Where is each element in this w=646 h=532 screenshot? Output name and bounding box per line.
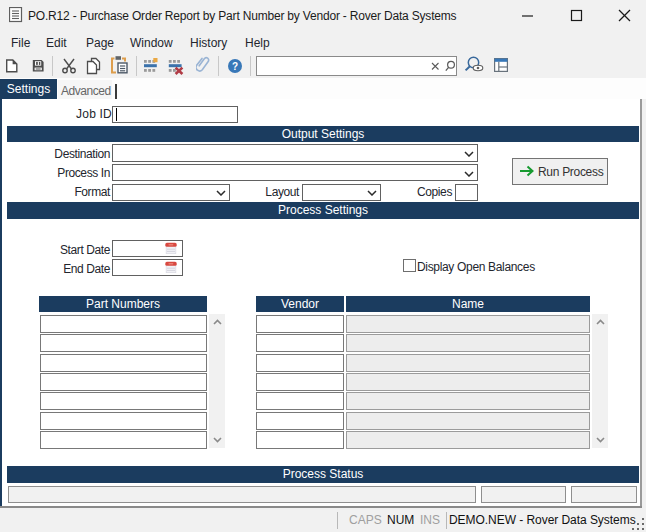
svg-text:?: ? — [232, 61, 238, 72]
